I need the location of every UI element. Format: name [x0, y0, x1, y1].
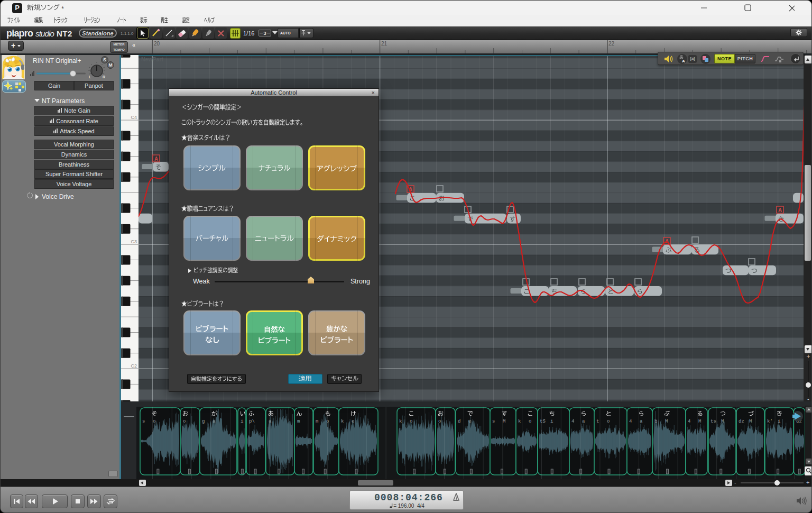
- svg-text:21: 21: [381, 41, 387, 47]
- svg-text:A: A: [154, 156, 158, 162]
- svg-text:A: A: [682, 59, 685, 63]
- svg-text:o: o: [410, 419, 412, 424]
- svg-text:k: k: [341, 419, 344, 424]
- svg-text:i: i: [778, 419, 780, 424]
- svg-text:C2: C2: [131, 363, 137, 369]
- svg-text:e: e: [352, 419, 354, 424]
- svg-text:tS: tS: [540, 419, 546, 424]
- svg-text:o: o: [607, 419, 610, 424]
- svg-text:M: M: [721, 419, 724, 424]
- svg-text:20: 20: [154, 41, 160, 47]
- svg-text:L: L: [89, 75, 91, 79]
- svg-text:ts: ts: [710, 419, 716, 424]
- svg-text:b: b: [654, 419, 657, 424]
- svg-text:R: R: [103, 75, 105, 79]
- svg-text:i: i: [241, 419, 243, 424]
- svg-text:k: k: [399, 419, 402, 424]
- svg-text:d: d: [458, 419, 460, 424]
- svg-text:m: m: [297, 419, 300, 424]
- svg-text:C4: C4: [131, 115, 137, 120]
- svg-text:a: a: [213, 419, 216, 424]
- svg-text:M: M: [503, 419, 505, 424]
- svg-text:t: t: [596, 419, 599, 424]
- svg-text:M: M: [665, 419, 668, 424]
- svg-text:e: e: [468, 419, 471, 424]
- svg-text:a: a: [582, 419, 585, 424]
- svg-text:C3: C3: [131, 239, 137, 244]
- svg-text:4: 4: [571, 419, 574, 424]
- svg-text:22: 22: [608, 41, 615, 47]
- svg-text:m: m: [316, 419, 318, 424]
- svg-text:a: a: [640, 419, 643, 424]
- svg-text:o: o: [529, 419, 531, 424]
- svg-text:M: M: [698, 419, 701, 424]
- svg-text:o: o: [438, 419, 441, 424]
- svg-text:g: g: [202, 419, 205, 424]
- svg-text:o: o: [183, 419, 186, 424]
- svg-text:4: 4: [688, 419, 690, 424]
- svg-text:k: k: [518, 419, 521, 424]
- svg-text:M: M: [749, 419, 752, 424]
- svg-text:i: i: [550, 419, 553, 424]
- svg-text:3: 3: [264, 31, 266, 36]
- svg-text:dz: dz: [739, 419, 744, 424]
- svg-text:A: A: [778, 207, 782, 213]
- svg-text:4: 4: [629, 419, 632, 424]
- svg-text:o: o: [153, 419, 155, 424]
- svg-text:s: s: [492, 419, 495, 424]
- svg-text:k': k': [767, 419, 773, 424]
- svg-text:s: s: [142, 419, 145, 424]
